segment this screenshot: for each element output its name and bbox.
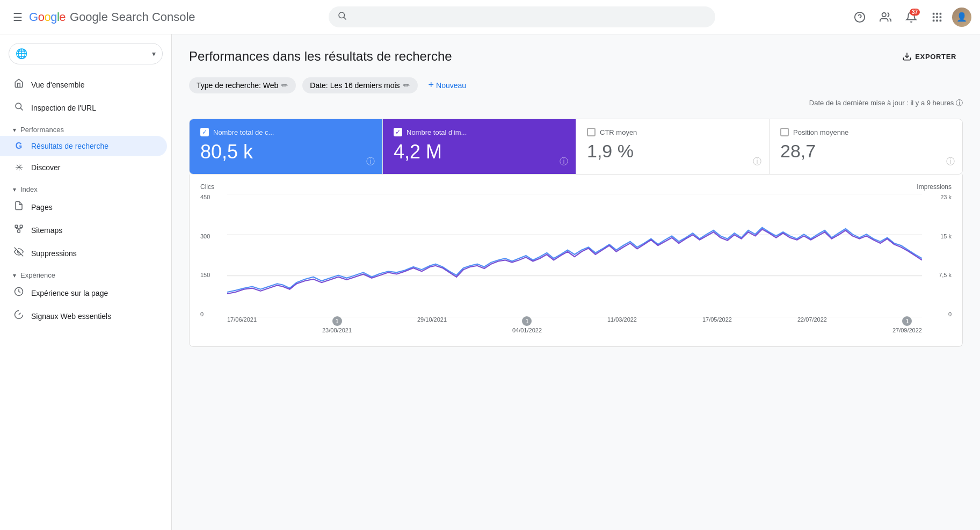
- svg-rect-6: [936, 12, 938, 14]
- y-ticks-right: 23 k 15 k 7,5 k 0: [927, 194, 952, 317]
- filter-row: Type de recherche: Web ✏ Date: Les 16 de…: [189, 76, 963, 94]
- sidebar-item-label: Discover: [31, 163, 60, 172]
- svg-line-1: [344, 17, 346, 19]
- header-actions: 37 👤: [849, 6, 971, 28]
- home-icon: [13, 78, 25, 91]
- help-icon-impressions[interactable]: ⓘ: [560, 156, 568, 168]
- metric-card-position[interactable]: Position moyenne 28,7 ⓘ: [770, 119, 962, 174]
- search-bar: [329, 6, 715, 27]
- notifications-button[interactable]: 37: [901, 6, 922, 28]
- y-axis-right-label: Impressions: [917, 183, 952, 191]
- sidebar-item-label: Signaux Web essentiels: [31, 312, 111, 321]
- metric-card-ctr[interactable]: CTR moyen 1,9 % ⓘ: [576, 119, 770, 174]
- sidebar-section-index[interactable]: ▾ Index: [0, 179, 171, 195]
- section-label: Performances: [20, 126, 64, 134]
- top-header: ☰ Google Google Search Console 37 👤: [0, 0, 980, 34]
- collapse-icon: ▾: [13, 126, 16, 134]
- new-filter-button[interactable]: + Nouveau: [424, 76, 471, 94]
- x-axis-labels: 17/06/2021 1 23/08/2021 29/10/2021 1 04/…: [227, 316, 922, 333]
- metric-value-position: 28,7: [780, 141, 952, 162]
- hamburger-button[interactable]: ☰: [9, 6, 27, 28]
- svg-point-14: [16, 103, 21, 109]
- new-filter-label: Nouveau: [436, 81, 466, 90]
- sidebar-item-sitemaps[interactable]: Sitemaps: [0, 219, 167, 242]
- avatar[interactable]: 👤: [952, 8, 971, 27]
- metric-label-clics: Nombre total de c...: [213, 128, 274, 136]
- chart-svg: [227, 194, 922, 317]
- section-label: Expérience: [20, 271, 55, 279]
- metric-checkbox-impressions[interactable]: ✓: [394, 128, 402, 136]
- sidebar-item-label: Résultats de recherche: [31, 142, 108, 150]
- page-title: Performances dans les résultats de reche…: [189, 49, 452, 64]
- notification-badge: 37: [910, 9, 920, 16]
- metric-label-ctr: CTR moyen: [600, 128, 637, 136]
- export-button[interactable]: EXPORTER: [896, 47, 963, 66]
- help-icon-ctr[interactable]: ⓘ: [753, 156, 761, 168]
- sidebar-item-signaux-web[interactable]: Signaux Web essentiels: [0, 304, 167, 328]
- logo-area: Google Google Search Console: [29, 10, 195, 24]
- svg-rect-18: [18, 230, 20, 233]
- metric-value-impressions: 4,2 M: [394, 141, 565, 163]
- metric-label-impressions: Nombre total d'im...: [406, 128, 467, 136]
- sidebar-item-label: Inspection de l'URL: [31, 104, 96, 112]
- search-type-label: Type de recherche: Web: [197, 81, 278, 90]
- sidebar-item-label: Sitemaps: [31, 226, 62, 235]
- sitemaps-icon: [13, 224, 25, 236]
- help-icon-clics[interactable]: ⓘ: [366, 156, 375, 168]
- avatar-image: 👤: [952, 8, 971, 27]
- xaxis-label-7: 22/07/2022: [797, 316, 827, 333]
- annotation-marker: 1: [902, 316, 912, 326]
- sidebar-item-label: Vue d'ensemble: [31, 81, 84, 89]
- search-type-filter[interactable]: Type de recherche: Web ✏: [189, 77, 296, 93]
- apps-button[interactable]: [926, 6, 948, 28]
- y-axis-left-label: Clics: [200, 183, 214, 191]
- metric-card-impressions[interactable]: ✓ Nombre total d'im... 4,2 M ⓘ: [383, 119, 576, 174]
- sidebar-section-experience[interactable]: ▾ Expérience: [0, 265, 171, 281]
- sidebar-item-resultats-recherche[interactable]: G Résultats de recherche: [0, 136, 167, 156]
- search-input[interactable]: [352, 12, 707, 22]
- edit-icon: ✏: [403, 81, 410, 90]
- page-layout: 🌐 ▾ Vue d'ensemble Inspection de l'URL ▾…: [0, 34, 980, 530]
- help-button[interactable]: [849, 6, 870, 28]
- edit-icon: ✏: [281, 81, 288, 90]
- sidebar-section-performances[interactable]: ▾ Performances: [0, 119, 171, 136]
- date-filter[interactable]: Date: Les 16 derniers mois ✏: [302, 77, 417, 93]
- annotation-marker: 1: [522, 316, 532, 326]
- sidebar: 🌐 ▾ Vue d'ensemble Inspection de l'URL ▾…: [0, 34, 172, 530]
- gauge-icon: [13, 310, 25, 322]
- sidebar-item-label: Pages: [31, 203, 53, 212]
- property-selector[interactable]: 🌐 ▾: [9, 43, 163, 64]
- sidebar-item-experience-page[interactable]: Expérience sur la page: [0, 281, 167, 304]
- sidebar-item-vue-ensemble[interactable]: Vue d'ensemble: [0, 73, 167, 96]
- asterisk-icon: ✳: [13, 162, 25, 173]
- app-name: Google Search Console: [70, 10, 195, 24]
- chevron-down-icon: ▾: [152, 49, 156, 58]
- metric-card-header: ✓ Nombre total d'im...: [394, 128, 565, 136]
- metric-checkbox-clics[interactable]: ✓: [200, 128, 209, 136]
- sidebar-item-label: Suppressions: [31, 249, 77, 258]
- svg-rect-17: [20, 225, 23, 228]
- main-content: Performances dans les résultats de reche…: [172, 34, 980, 530]
- metric-checkbox-position[interactable]: [780, 128, 789, 136]
- chart-area: Clics Impressions 450 300 150 0 23 k 15 …: [200, 183, 952, 333]
- metric-card-clics[interactable]: ✓ Nombre total de c... 80,5 k ⓘ: [190, 119, 383, 174]
- help-icon-position[interactable]: ⓘ: [946, 156, 955, 168]
- annotation-marker: 1: [332, 316, 342, 326]
- xaxis-label-4: 1 04/01/2022: [512, 316, 542, 333]
- sidebar-item-pages[interactable]: Pages: [0, 195, 167, 219]
- sidebar-item-suppressions[interactable]: Suppressions: [0, 242, 167, 265]
- last-update-text: Date de la dernière mise à jour : il y a…: [809, 99, 954, 107]
- sidebar-item-inspection-url[interactable]: Inspection de l'URL: [0, 96, 167, 119]
- svg-point-0: [339, 12, 345, 18]
- plus-icon: +: [429, 79, 434, 91]
- xaxis-label-6: 17/05/2022: [702, 316, 732, 333]
- google-g-icon: G: [13, 141, 25, 151]
- sidebar-item-discover[interactable]: ✳ Discover: [0, 156, 167, 179]
- search-bar-wrap: [213, 6, 832, 27]
- accounts-button[interactable]: [875, 6, 896, 28]
- xaxis-label-1: 17/06/2021: [227, 316, 257, 333]
- experience-icon: [13, 287, 25, 299]
- info-icon: ⓘ: [956, 99, 963, 107]
- metric-checkbox-ctr[interactable]: [587, 128, 596, 136]
- xaxis-label-2: 1 23/08/2021: [322, 316, 352, 333]
